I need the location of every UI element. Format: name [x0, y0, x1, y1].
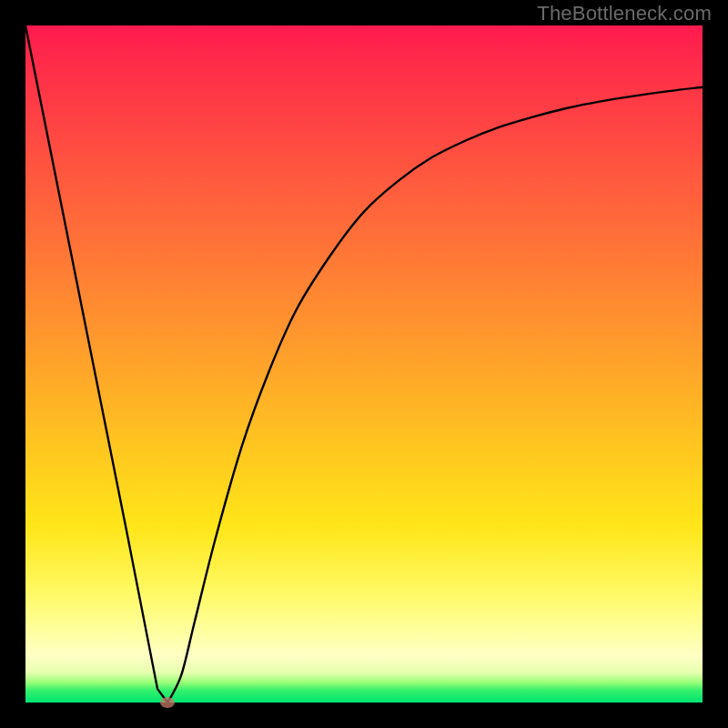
chart-frame: TheBottleneck.com — [0, 0, 728, 728]
bottleneck-curve — [25, 25, 703, 703]
minimum-marker — [160, 697, 175, 708]
watermark-text: TheBottleneck.com — [537, 2, 712, 25]
curve-svg — [25, 25, 703, 703]
plot-area — [25, 25, 703, 703]
